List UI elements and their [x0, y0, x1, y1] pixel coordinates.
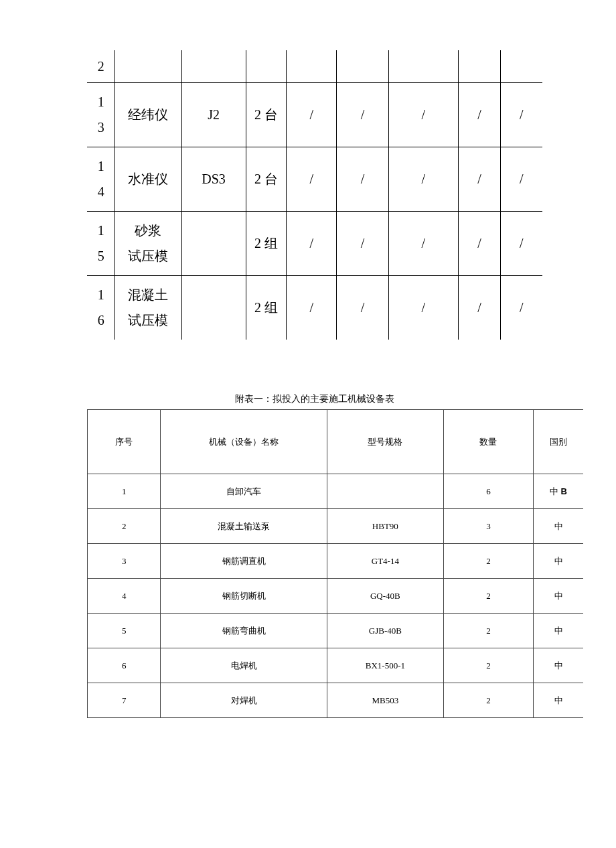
row-index: 1 — [88, 474, 161, 509]
col-6: / — [388, 211, 458, 275]
col-8: / — [500, 82, 542, 147]
quantity: 2 — [443, 614, 533, 648]
col-6: / — [388, 275, 458, 340]
table-row: 2 — [87, 50, 542, 82]
table-row: 3钢筋调直机GT4-142中 — [88, 544, 584, 579]
col-8: / — [500, 147, 542, 211]
quantity: 6 — [443, 474, 533, 509]
row-index: 3 — [88, 544, 161, 579]
model-spec: GJB-40B — [327, 614, 443, 648]
table-row: 15砂浆试压模2 组///// — [87, 211, 542, 275]
col-5: / — [337, 147, 388, 211]
col-5: / — [337, 275, 388, 340]
quantity — [246, 50, 287, 82]
equipment-name: 钢筋调直机 — [161, 544, 327, 579]
col-4: / — [287, 211, 337, 275]
table-row: 2混凝土输送泵HBT903中 — [88, 509, 584, 544]
table-row: 7对焊机MB5032中 — [88, 683, 584, 718]
table-row: 1自卸汽车6中 B — [88, 474, 584, 509]
instrument-name: 混凝土试压模 — [115, 275, 181, 340]
col-7: / — [459, 275, 501, 340]
model-spec: GQ-40B — [327, 579, 443, 614]
col-7: / — [459, 211, 501, 275]
quantity: 2 — [443, 683, 533, 718]
spec — [181, 211, 246, 275]
country: 中 — [534, 544, 584, 579]
row-index: 4 — [88, 579, 161, 614]
equipment-name: 钢筋切断机 — [161, 579, 327, 614]
row-index: 7 — [88, 683, 161, 718]
row-index: 14 — [87, 147, 115, 211]
col-4: / — [287, 275, 337, 340]
bottom-table-caption: 附表一：拟投入的主要施工机械设备表 — [87, 393, 542, 405]
quantity: 2 — [443, 544, 533, 579]
instrument-name: 砂浆试压模 — [115, 211, 181, 275]
col-7: / — [459, 147, 501, 211]
quantity: 2 — [443, 579, 533, 614]
table-row: 16混凝土试压模2 组///// — [87, 275, 542, 340]
equipment-name: 钢筋弯曲机 — [161, 614, 327, 648]
column-header: 国别 — [534, 410, 584, 474]
col-4: / — [287, 147, 337, 211]
spec — [181, 275, 246, 340]
model-spec — [327, 474, 443, 509]
table-row: 14水准仪DS32 台///// — [87, 147, 542, 211]
model-spec: BX1-500-1 — [327, 648, 443, 683]
row-index: 5 — [88, 614, 161, 648]
col-5: / — [337, 211, 388, 275]
table-row: 13经纬仪J22 台///// — [87, 82, 542, 147]
model-spec: GT4-14 — [327, 544, 443, 579]
instrument-table: 213经纬仪J22 台/////14水准仪DS32 台/////15砂浆试压模2… — [87, 50, 542, 340]
country: 中 — [534, 579, 584, 614]
col-7: / — [459, 82, 501, 147]
quantity: 2 组 — [246, 275, 287, 340]
equipment-table: 序号机械（设备）名称型号规格数量国别 1自卸汽车6中 B2混凝土输送泵HBT90… — [87, 409, 583, 718]
table-row: 5钢筋弯曲机GJB-40B2中 — [88, 614, 584, 648]
country: 中 B — [534, 474, 584, 509]
row-index: 2 — [88, 509, 161, 544]
table-row: 6电焊机BX1-500-12中 — [88, 648, 584, 683]
column-header: 型号规格 — [327, 410, 443, 474]
col-5: / — [337, 82, 388, 147]
model-spec: HBT90 — [327, 509, 443, 544]
column-header: 机械（设备）名称 — [161, 410, 327, 474]
quantity: 3 — [443, 509, 533, 544]
column-header: 序号 — [88, 410, 161, 474]
equipment-name: 电焊机 — [161, 648, 327, 683]
quantity: 2 — [443, 648, 533, 683]
country: 中 — [534, 614, 584, 648]
equipment-name: 对焊机 — [161, 683, 327, 718]
quantity: 2 组 — [246, 211, 287, 275]
col-5 — [337, 50, 388, 82]
country: 中 — [534, 648, 584, 683]
row-index: 2 — [87, 50, 115, 82]
spec — [181, 50, 246, 82]
row-index: 13 — [87, 82, 115, 147]
country: 中 — [534, 509, 584, 544]
instrument-name: 水准仪 — [115, 147, 181, 211]
instrument-name: 经纬仪 — [115, 82, 181, 147]
col-6: / — [388, 82, 458, 147]
equipment-name: 自卸汽车 — [161, 474, 327, 509]
quantity: 2 台 — [246, 82, 287, 147]
country: 中 — [534, 683, 584, 718]
col-8: / — [500, 275, 542, 340]
col-6: / — [388, 147, 458, 211]
col-4 — [287, 50, 337, 82]
col-8: / — [500, 211, 542, 275]
col-7 — [459, 50, 501, 82]
col-4: / — [287, 82, 337, 147]
row-index: 16 — [87, 275, 115, 340]
quantity: 2 台 — [246, 147, 287, 211]
table-row: 4钢筋切断机GQ-40B2中 — [88, 579, 584, 614]
row-index: 6 — [88, 648, 161, 683]
column-header: 数量 — [443, 410, 533, 474]
spec: J2 — [181, 82, 246, 147]
equipment-name: 混凝土输送泵 — [161, 509, 327, 544]
col-8 — [500, 50, 542, 82]
instrument-name — [115, 50, 181, 82]
model-spec: MB503 — [327, 683, 443, 718]
spec: DS3 — [181, 147, 246, 211]
row-index: 15 — [87, 211, 115, 275]
col-6 — [388, 50, 458, 82]
